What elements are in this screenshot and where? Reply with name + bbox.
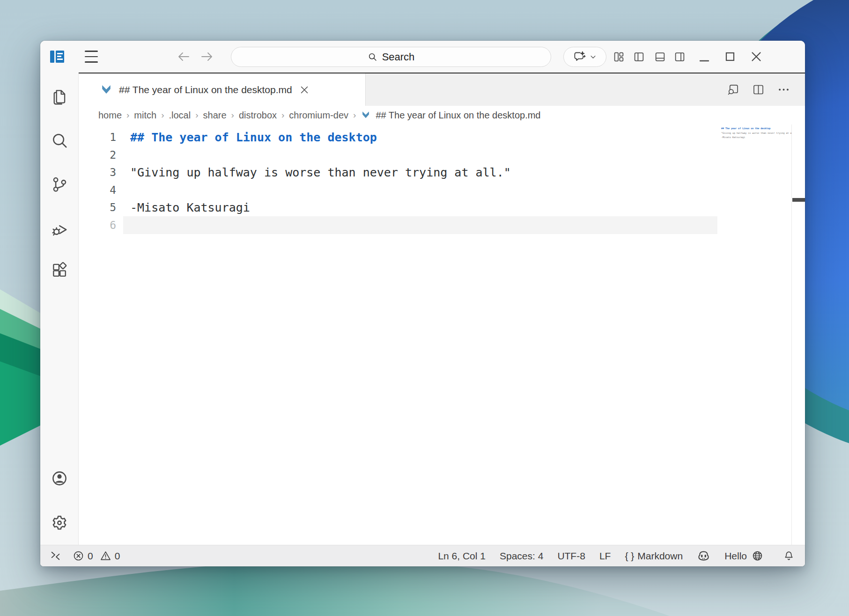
line-text: -Misato Katsuragi xyxy=(130,199,250,217)
tab-close-icon[interactable] xyxy=(299,84,310,95)
minimap-line: ## The year of Linux on the desktop xyxy=(721,126,791,131)
tab-label: ## The year of Linux on the desktop.md xyxy=(119,84,292,95)
code-line: 1 ## The year of Linux on the desktop xyxy=(79,129,718,147)
warning-icon xyxy=(100,550,111,562)
remote-indicator-icon[interactable] xyxy=(50,550,61,562)
breadcrumb-item[interactable]: .local xyxy=(169,110,191,121)
back-arrow-icon[interactable] xyxy=(177,51,190,62)
line-number: 5 xyxy=(79,199,116,217)
toggle-primary-sidebar-icon[interactable] xyxy=(633,51,645,63)
breadcrumb-item[interactable]: chromium-dev xyxy=(289,110,348,121)
markdown-icon xyxy=(100,83,113,96)
chevron-down-icon xyxy=(590,53,597,60)
forward-arrow-icon[interactable] xyxy=(201,51,213,62)
line-number: 3 xyxy=(79,164,116,182)
extensions-icon[interactable] xyxy=(51,262,68,279)
breadcrumb-separator: › xyxy=(281,110,284,120)
minimap[interactable]: ## The year of Linux on the desktop "Giv… xyxy=(718,125,791,545)
errors-status[interactable]: 0 xyxy=(73,550,93,562)
breadcrumb-item[interactable]: distrobox xyxy=(239,110,277,121)
run-debug-icon[interactable] xyxy=(51,220,68,238)
notifications-bell-icon[interactable] xyxy=(783,550,795,562)
minimap-line: -Misato Katsuragi xyxy=(721,135,791,140)
breadcrumb-separator: › xyxy=(126,110,129,120)
status-bar: 0 0 Ln 6, Col 1 Spaces: 4 UTF-8 LF { } M… xyxy=(40,545,805,566)
breadcrumb-separator: › xyxy=(195,110,198,120)
line-number: 1 xyxy=(79,129,116,147)
more-actions-icon[interactable] xyxy=(777,83,790,96)
overview-ruler-cursor-marker xyxy=(792,198,805,202)
menu-hamburger-icon[interactable] xyxy=(85,51,98,63)
line-text: "Giving up halfway is worse than never t… xyxy=(130,164,511,182)
breadcrumb: home › mitch › .local › share › distrobo… xyxy=(79,106,805,125)
minimap-line: "Giving up halfway is worse than never t… xyxy=(721,131,791,136)
title-bar: Search xyxy=(40,41,805,73)
indentation-status[interactable]: Spaces: 4 xyxy=(500,550,543,562)
markdown-icon xyxy=(361,110,371,120)
hello-language-status[interactable]: Hello xyxy=(724,550,763,562)
line-number: 6 xyxy=(79,217,116,235)
errors-count: 0 xyxy=(88,550,93,562)
problems-status[interactable]: 0 0 xyxy=(73,550,120,562)
copilot-icon[interactable] xyxy=(697,549,710,563)
code-line: 3 "Giving up halfway is worse than never… xyxy=(79,164,718,182)
maximize-icon[interactable] xyxy=(724,51,736,62)
code-line: 4 xyxy=(79,182,718,199)
minimize-icon[interactable] xyxy=(699,51,710,62)
hello-label: Hello xyxy=(724,550,747,562)
error-icon xyxy=(73,550,84,562)
command-center-search[interactable]: Search xyxy=(231,47,551,67)
customize-layout-icon[interactable] xyxy=(613,51,625,63)
globe-icon xyxy=(752,550,763,562)
code-line: 2 xyxy=(79,147,718,164)
breadcrumb-separator: › xyxy=(161,110,164,120)
search-icon xyxy=(368,52,377,62)
cursor-position-status[interactable]: Ln 6, Col 1 xyxy=(438,550,486,562)
breadcrumb-item[interactable]: home xyxy=(98,110,122,121)
breadcrumb-separator: › xyxy=(231,110,234,120)
tab-bar: ## The year of Linux on the desktop.md xyxy=(79,73,805,106)
code-line: 5 -Misato Katsuragi xyxy=(79,199,718,217)
line-number: 4 xyxy=(79,182,116,199)
toggle-secondary-sidebar-icon[interactable] xyxy=(674,51,686,63)
language-status[interactable]: { } Markdown xyxy=(625,550,683,562)
search-view-icon[interactable] xyxy=(51,132,68,149)
vscode-window: Search xyxy=(40,41,805,566)
breadcrumb-file[interactable]: ## The year of Linux on the desktop.md xyxy=(376,110,540,121)
breadcrumb-item[interactable]: share xyxy=(203,110,227,121)
code-line-current: 6 xyxy=(79,217,718,235)
breadcrumb-separator: › xyxy=(353,110,356,120)
activity-bar xyxy=(40,73,79,545)
line-number: 2 xyxy=(79,147,116,164)
open-preview-icon[interactable] xyxy=(727,83,739,96)
search-label: Search xyxy=(382,51,415,63)
accounts-icon[interactable] xyxy=(51,469,68,487)
language-braces: { } xyxy=(625,550,634,562)
eol-status[interactable]: LF xyxy=(599,550,611,562)
warnings-count: 0 xyxy=(115,550,120,562)
language-label: Markdown xyxy=(637,550,683,562)
warnings-status[interactable]: 0 xyxy=(100,550,120,562)
explorer-icon[interactable] xyxy=(51,88,68,105)
app-logo-icon xyxy=(50,49,65,64)
split-editor-icon[interactable] xyxy=(752,83,765,96)
tab-markdown-file[interactable]: ## The year of Linux on the desktop.md xyxy=(79,73,366,106)
close-icon[interactable] xyxy=(751,51,762,62)
settings-gear-icon[interactable] xyxy=(51,514,68,532)
breadcrumb-item[interactable]: mitch xyxy=(134,110,156,121)
code-editor[interactable]: 1 ## The year of Linux on the desktop 2 … xyxy=(79,125,805,545)
source-control-icon[interactable] xyxy=(51,176,68,193)
scrollbar[interactable] xyxy=(791,125,805,545)
editor-group: ## The year of Linux on the desktop.md xyxy=(79,73,805,545)
encoding-status[interactable]: UTF-8 xyxy=(557,550,585,562)
copilot-chat-button[interactable] xyxy=(563,47,606,67)
toggle-panel-icon[interactable] xyxy=(654,51,666,63)
chat-sparkle-icon xyxy=(573,51,586,63)
line-text: ## The year of Linux on the desktop xyxy=(130,129,377,147)
